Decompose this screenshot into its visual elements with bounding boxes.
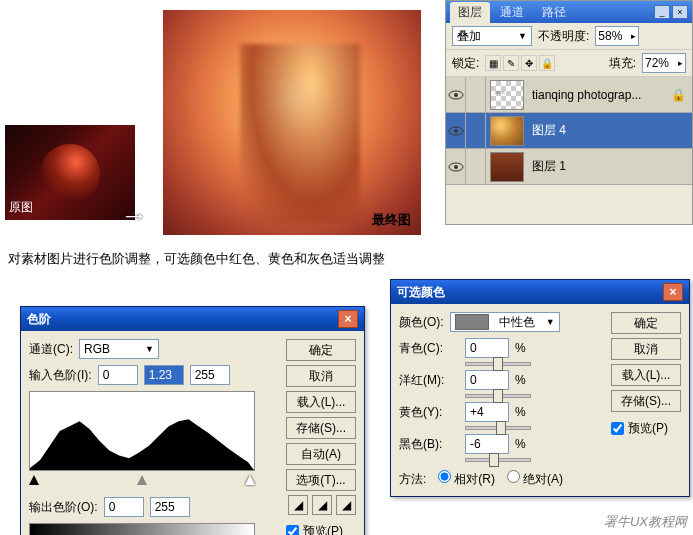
visibility-toggle[interactable] (446, 77, 466, 113)
slider-thumb[interactable] (493, 389, 503, 403)
cancel-button[interactable]: 取消 (286, 365, 356, 387)
panel-titlebar: 图层 通道 路径 _ × (446, 1, 692, 23)
options-button[interactable]: 选项(T)... (286, 469, 356, 491)
input-levels-label: 输入色阶(I): (29, 367, 92, 384)
chevron-right-icon: ▸ (678, 58, 683, 68)
absolute-radio[interactable] (507, 470, 520, 483)
original-label: 原图 (9, 199, 33, 216)
close-button[interactable]: × (663, 283, 683, 301)
slider-track[interactable] (465, 426, 531, 430)
layer-thumb[interactable]: abc (490, 80, 524, 110)
watermark: 署牛UX教程网 (604, 513, 687, 531)
slider-label: 黄色(Y): (399, 404, 459, 421)
dialog-titlebar[interactable]: 可选颜色 × (391, 280, 689, 304)
cancel-button[interactable]: 取消 (611, 338, 681, 360)
output-gradient (29, 523, 255, 535)
layer-name[interactable]: 图层 1 (528, 158, 566, 175)
input-white-field[interactable] (190, 365, 230, 385)
opacity-input[interactable]: 58% ▸ (595, 26, 639, 46)
lock-paint-icon[interactable]: ✎ (503, 55, 519, 71)
slider-track[interactable] (465, 394, 531, 398)
visibility-toggle[interactable] (446, 113, 466, 149)
tab-layers[interactable]: 图层 (450, 2, 490, 23)
final-label: 最终图 (372, 211, 411, 229)
link-slot[interactable] (466, 149, 486, 185)
svg-point-5 (454, 165, 458, 169)
layer-thumb[interactable] (490, 116, 524, 146)
channel-select[interactable]: RGB ▼ (79, 339, 159, 359)
fill-label: 填充: (609, 55, 636, 72)
slider-value-field[interactable] (465, 370, 509, 390)
lock-icon: 🔒 (671, 88, 686, 102)
layer-row[interactable]: 图层 4 (446, 113, 692, 149)
output-white-field[interactable] (150, 497, 190, 517)
chevron-down-icon: ▼ (546, 317, 555, 327)
chevron-down-icon: ▼ (518, 31, 527, 41)
load-button[interactable]: 载入(L)... (611, 364, 681, 386)
tab-paths[interactable]: 路径 (534, 2, 574, 23)
levels-dialog: 色阶 × 通道(C): RGB ▼ 输入色阶(I): (20, 306, 365, 535)
black-dropper-icon[interactable]: ◢ (288, 495, 308, 515)
white-point-slider[interactable] (245, 475, 255, 485)
layer-row[interactable]: abc tianqing photograp... 🔒 (446, 77, 692, 113)
close-button[interactable]: × (338, 310, 358, 328)
preview-checkbox[interactable] (611, 422, 624, 435)
final-image: 最终图 (163, 10, 421, 235)
slider-track[interactable] (465, 458, 531, 462)
ok-button[interactable]: 确定 (611, 312, 681, 334)
layer-list: abc tianqing photograp... 🔒 图层 4 图层 1 (446, 77, 692, 185)
fill-value: 72% (645, 56, 669, 70)
slider-thumb[interactable] (496, 421, 506, 435)
layers-panel: 图层 通道 路径 _ × 叠加 ▼ 不透明度: 58% ▸ 锁定: ▦ ✎ ✥ … (445, 0, 693, 225)
slider-thumb[interactable] (493, 357, 503, 371)
visibility-toggle[interactable] (446, 149, 466, 185)
save-button[interactable]: 存储(S)... (286, 417, 356, 439)
layer-row[interactable]: 图层 1 (446, 149, 692, 185)
color-select[interactable]: 中性色 ▼ (450, 312, 560, 332)
slider-value-field[interactable] (465, 402, 509, 422)
slider-value-field[interactable] (465, 338, 509, 358)
color-value: 中性色 (499, 314, 535, 331)
slider-thumb[interactable] (489, 453, 499, 467)
gray-dropper-icon[interactable]: ◢ (312, 495, 332, 515)
minimize-icon[interactable]: _ (654, 5, 670, 19)
percent-unit: % (515, 373, 529, 387)
blend-mode-value: 叠加 (457, 28, 481, 45)
close-icon[interactable]: × (672, 5, 688, 19)
ok-button[interactable]: 确定 (286, 339, 356, 361)
percent-unit: % (515, 341, 529, 355)
chevron-right-icon: ▸ (631, 31, 636, 41)
layer-thumb[interactable] (490, 152, 524, 182)
slider-label: 黑色(B): (399, 436, 459, 453)
load-button[interactable]: 载入(L)... (286, 391, 356, 413)
slider-row: 洋红(M):% (399, 370, 601, 390)
auto-button[interactable]: 自动(A) (286, 443, 356, 465)
slider-row: 黄色(Y):% (399, 402, 601, 422)
white-dropper-icon[interactable]: ◢ (336, 495, 356, 515)
slider-track[interactable] (465, 362, 531, 366)
fill-input[interactable]: 72% ▸ (642, 53, 686, 73)
slider-value-field[interactable] (465, 434, 509, 454)
input-slider-track[interactable] (29, 475, 255, 487)
dialog-titlebar[interactable]: 色阶 × (21, 307, 364, 331)
save-button[interactable]: 存储(S)... (611, 390, 681, 412)
lock-all-icon[interactable]: 🔒 (539, 55, 555, 71)
relative-radio[interactable] (438, 470, 451, 483)
input-black-field[interactable] (98, 365, 138, 385)
lock-transparency-icon[interactable]: ▦ (485, 55, 501, 71)
opacity-label: 不透明度: (538, 28, 589, 45)
layer-name[interactable]: tianqing photograp... (528, 88, 641, 102)
input-gamma-field[interactable] (144, 365, 184, 385)
blend-mode-select[interactable]: 叠加 ▼ (452, 26, 532, 46)
tab-channels[interactable]: 通道 (492, 2, 532, 23)
lock-position-icon[interactable]: ✥ (521, 55, 537, 71)
link-slot[interactable] (466, 77, 486, 113)
output-black-field[interactable] (104, 497, 144, 517)
gamma-slider[interactable] (137, 475, 147, 485)
layer-name[interactable]: 图层 4 (528, 122, 566, 139)
relative-radio-label[interactable]: 相对(R) (438, 470, 495, 488)
black-point-slider[interactable] (29, 475, 39, 485)
absolute-radio-label[interactable]: 绝对(A) (507, 470, 563, 488)
link-slot[interactable] (466, 113, 486, 149)
preview-checkbox[interactable] (286, 525, 299, 535)
